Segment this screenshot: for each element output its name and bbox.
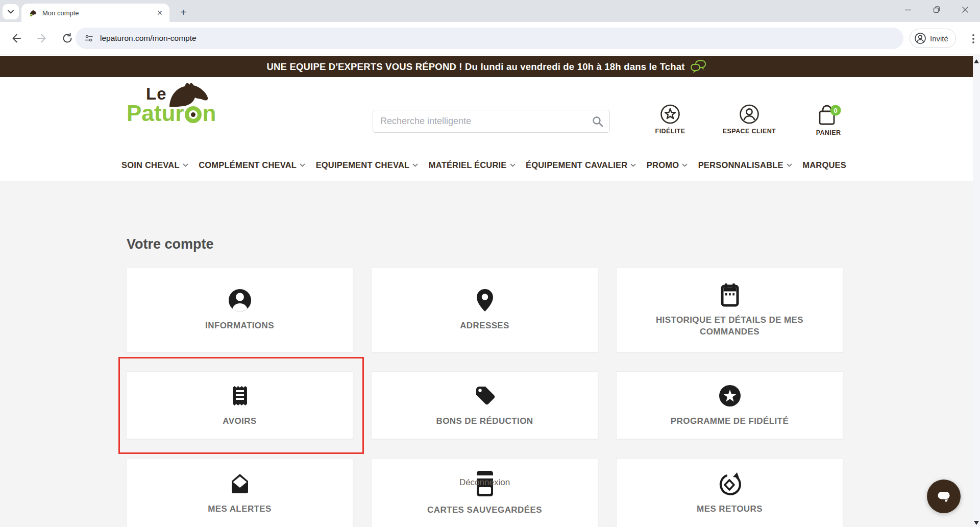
nav-item-equipement-cheval[interactable]: EQUIPEMENT CHEVAL [316,160,419,170]
restore-icon [933,6,940,13]
browser-toolbar: lepaturon.com/mon-compte Invité [0,22,980,55]
guest-avatar-icon [914,32,926,44]
tab-close-icon[interactable]: ✕ [155,8,164,17]
site-info-icon[interactable] [84,33,94,43]
tab-strip: Mon compte ✕ + [0,0,980,22]
loyalty-label: FIDÉLITE [655,128,685,135]
profile-label: Invité [930,34,948,43]
loyalty-button[interactable]: FIDÉLITE [647,104,693,136]
scroll-down-arrow-icon[interactable] [974,521,979,525]
tag-icon [473,384,497,408]
new-tab-button[interactable]: + [176,5,190,19]
user-circle-icon [739,104,760,125]
search-box [373,110,610,133]
account-cards-grid: INFORMATIONS ADRESSES [126,268,843,527]
window-minimize-button[interactable] [900,2,916,17]
nav-item-personnalisable[interactable]: PERSONNALISABLE [698,160,792,170]
account-label: ESPACE CLIENT [723,128,776,135]
address-bar[interactable]: lepaturon.com/mon-compte [76,28,903,49]
chevron-down-icon [412,163,418,167]
main-navigation: SOIN CHEVAL COMPLÉMENT CHEVAL EQUIPEMENT… [0,149,973,181]
card-programme-fidelite[interactable]: PROGRAMME DE FIDÉLITÉ [616,371,843,439]
account-button[interactable]: ESPACE CLIENT [723,104,776,136]
site-header: Le Paturn [0,77,973,149]
account-page: Votre compte INFORMATIONS [0,181,973,527]
reload-button[interactable] [58,29,77,47]
nav-item-marques[interactable]: MARQUES [802,160,846,170]
card-adresses[interactable]: ADRESSES [371,268,598,352]
nav-item-equipement-cavalier[interactable]: ÉQUIPEMENT CAVALIER [526,160,636,170]
nav-item-complement-cheval[interactable]: COMPLÉMENT CHEVAL [199,160,305,170]
page-title: Votre compte [127,236,214,252]
browser-tab[interactable]: Mon compte ✕ [21,4,169,22]
window-close-button[interactable] [958,2,973,17]
site-logo[interactable]: Le Paturn [127,83,213,134]
logout-link[interactable]: Déconnexion [459,477,510,487]
back-button[interactable] [7,29,26,47]
shopping-bag-icon: 0 [816,104,841,126]
tab-search-chevron-button[interactable] [3,4,19,19]
chevron-down-icon [510,163,516,167]
card-bons-de-reduction[interactable]: BONS DE RÉDUCTION [371,371,598,439]
page-viewport: UNE EQUIPE D'EXPERTS VOUS RÉPOND ! Du lu… [0,55,973,527]
card-cartes-sauvegardees[interactable]: CARTES SAUVEGARDÉES [371,458,598,527]
chat-bubbles-icon [690,60,706,74]
chevron-down-icon [183,163,188,167]
chevron-down-icon [682,163,688,167]
search-button[interactable] [586,110,609,132]
close-icon [962,6,969,13]
cart-badge: 0 [834,107,837,114]
card-avoirs[interactable]: AVOIRS [126,371,353,439]
logo-o-ring [185,106,202,123]
forward-arrow-icon [36,33,47,44]
star-circle-icon [659,104,681,125]
nav-item-promo[interactable]: PROMO [647,160,688,170]
cart-label: PANIER [816,129,841,136]
browser-profile-button[interactable]: Invité [910,29,956,48]
url-text: lepaturon.com/mon-compte [100,34,197,43]
card-historique-commandes[interactable]: HISTORIQUE ET DÉTAILS DE MES COMMANDES [616,268,843,352]
calendar-icon [718,282,742,307]
chevron-down-icon [630,163,636,167]
receipt-icon [228,384,252,408]
card-mes-retours[interactable]: MES RETOURS [616,458,843,527]
card-mes-alertes[interactable]: MES ALERTES [126,458,353,527]
card-informations[interactable]: INFORMATIONS [126,268,353,352]
search-input[interactable] [373,116,586,127]
tab-title: Mon compte [42,9,155,17]
chevron-down-icon [8,10,14,14]
window-restore-button[interactable] [929,2,944,17]
nav-item-soin-cheval[interactable]: SOIN CHEVAL [121,160,188,170]
person-icon [228,288,252,313]
search-icon [592,115,604,128]
reload-icon [62,33,73,44]
chevron-down-icon [300,163,305,167]
minimize-icon [904,6,912,13]
browser-menu-button[interactable] [969,32,978,45]
forward-button[interactable] [33,29,51,47]
logo-text-paturon: Paturn [127,101,216,126]
site-favicon-horse-icon [29,9,37,17]
page-scrollbar[interactable] [973,55,980,527]
chevron-down-icon [787,163,792,167]
announcement-banner: UNE EQUIPE D'EXPERTS VOUS RÉPOND ! Du lu… [0,56,973,77]
scroll-up-arrow-icon[interactable] [974,59,979,63]
cart-button[interactable]: 0 PANIER [805,104,851,136]
star-badge-icon [718,384,742,408]
chat-widget-button[interactable] [927,480,961,513]
map-pin-icon [473,288,497,313]
browser-window: Mon compte ✕ + [0,0,980,527]
back-arrow-icon [11,33,22,44]
nav-item-materiel-ecurie[interactable]: MATÉRIEL ÉCURIE [429,160,516,170]
announcement-text: UNE EQUIPE D'EXPERTS VOUS RÉPOND ! Du lu… [266,61,684,73]
chat-bubble-icon [934,486,954,507]
